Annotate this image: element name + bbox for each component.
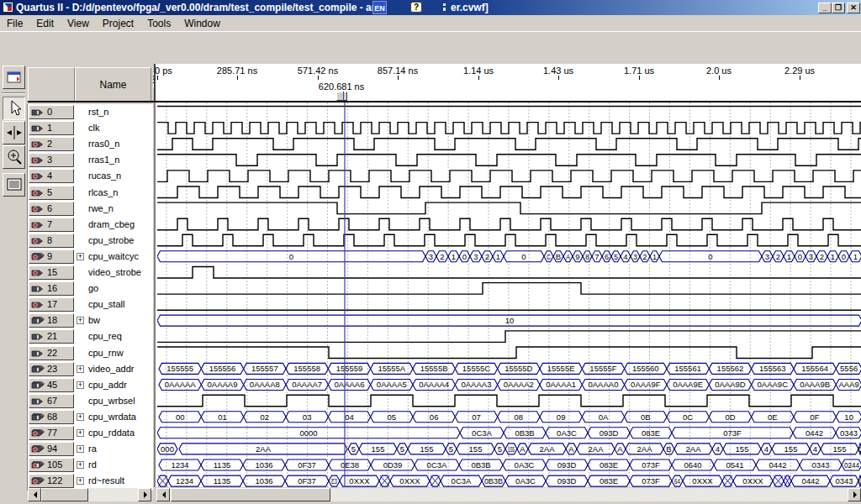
signal-handle-video_addr[interactable]: 23 — [29, 362, 74, 376]
wave-row-ra[interactable]: 0002AA5155515551555155A2AAA2AAA2AAB2AA41… — [157, 444, 861, 454]
signal-name-rd[interactable]: rd — [88, 459, 97, 470]
signal-handle-cpu_strobe[interactable]: 8 — [29, 234, 74, 248]
wave-row-go[interactable] — [157, 283, 861, 295]
signal-handle-cpu_rnw[interactable]: 22 — [29, 346, 74, 360]
waveform-hscrollbar[interactable] — [156, 488, 861, 501]
signal-name-cpu_wrbsel[interactable]: cpu_wrbsel — [88, 396, 135, 406]
wave-row-rucas_n[interactable] — [157, 171, 861, 182]
wave-row-rd[interactable]: 1234113510360F370E380D390C3A0B3B0A3C093D… — [159, 459, 861, 470]
expand-plus-icon[interactable]: + — [77, 445, 84, 453]
wave-row-rwe_n[interactable] — [157, 202, 861, 214]
menu-item-project[interactable]: Project — [96, 15, 140, 32]
signal-handle-rras0_n[interactable]: 2 — [29, 137, 74, 151]
wave-row-cpu_wrbsel[interactable] — [157, 395, 861, 407]
signal-name-cpu_req[interactable]: cpu_req — [88, 331, 122, 341]
signal-name-go[interactable]: go — [88, 283, 98, 293]
signal-handle-dram_cbeg[interactable]: 7 — [29, 218, 74, 232]
signal-handle-rras1_n[interactable]: 3 — [29, 153, 74, 167]
wave-row-cpu_addr[interactable]: 0AAAAA0AAAA90AAAA80AAAA70AAAA60AAAA50AAA… — [159, 380, 861, 391]
signal-handle-rlcas_n[interactable]: 5 — [29, 186, 74, 200]
menu-item-window[interactable]: Window — [177, 15, 227, 32]
wave-row-cpu_waitcyc[interactable]: 032103210CBA9876543210321032101 — [157, 251, 861, 262]
signal-handle-clk[interactable]: 1 — [29, 121, 74, 135]
wave-row-video_addr[interactable]: 15555515555615555715555815555915555A1555… — [159, 363, 861, 374]
timeline-header[interactable]: 0 ps285.71 ns571.42 ns857.14 ns1.14 us1.… — [154, 64, 861, 101]
help-bubble-icon[interactable]: ? — [410, 2, 422, 13]
expand-plus-icon[interactable]: + — [77, 381, 84, 389]
wave-row-bw[interactable]: 10 — [157, 315, 861, 326]
signal-handle-video_strobe[interactable]: 15 — [29, 265, 74, 280]
signal-name-cpu_stall[interactable]: cpu_stall — [88, 299, 124, 309]
wave-row-rd~result[interactable]: 1234113510360F37E30XXX0XXX0C3A0B3B0A3C09… — [157, 475, 861, 486]
expand-plus-icon[interactable]: + — [77, 413, 84, 421]
signal-name-cpu_strobe[interactable]: cpu_strobe — [88, 235, 134, 245]
scrollbar-thumb[interactable] — [171, 488, 330, 501]
report-window-icon[interactable] — [3, 66, 25, 89]
wave-row-cpu_req[interactable] — [157, 331, 861, 343]
signal-handle-cpu_waitcyc[interactable]: 9 — [29, 249, 74, 264]
signal-handle-cpu_wrdata[interactable]: 68 — [29, 410, 74, 424]
signal-handle-cpu_addr[interactable]: 45 — [29, 378, 74, 392]
close-button-icon[interactable]: ✕ — [847, 3, 860, 13]
scroll-right-icon[interactable] — [848, 488, 861, 501]
selection-tool-icon[interactable] — [3, 97, 25, 120]
menu-item-tools[interactable]: Tools — [140, 15, 177, 32]
signal-name-cpu_addr[interactable]: cpu_addr — [88, 380, 127, 390]
expand-plus-icon[interactable]: + — [77, 461, 84, 469]
master-time-marker-handle[interactable] — [336, 92, 347, 101]
signal-name-rras0_n[interactable]: rras0_n — [88, 139, 119, 149]
wave-row-video_strobe[interactable] — [157, 267, 861, 279]
language-indicator[interactable]: EN — [372, 1, 387, 14]
signal-handle-cpu_wrbsel[interactable]: 67 — [29, 394, 74, 408]
wave-row-rlcas_n[interactable] — [157, 186, 861, 198]
signal-name-clk[interactable]: clk — [88, 123, 99, 133]
waveform-edit-tool-icon[interactable] — [3, 121, 25, 144]
wave-row-rras1_n[interactable] — [157, 155, 861, 166]
expand-plus-icon[interactable]: + — [77, 317, 84, 324]
zoom-tool-icon[interactable] — [3, 145, 25, 169]
scrollbar-thumb[interactable] — [41, 488, 88, 501]
wave-row-cpu_rnw[interactable] — [157, 347, 861, 359]
signal-handle-bw[interactable]: 18 — [29, 313, 74, 328]
signal-handle-cpu_stall[interactable]: 17 — [29, 297, 74, 312]
signal-name-cpu_rddata[interactable]: cpu_rddata — [88, 428, 135, 438]
signal-name-dram_cbeg[interactable]: dram_cbeg — [88, 219, 135, 229]
menu-item-file[interactable]: File — [0, 15, 29, 32]
wave-row-dram_cbeg[interactable] — [157, 218, 861, 230]
signal-handle-cpu_rddata[interactable]: 77 — [29, 426, 74, 440]
signal-name-bw[interactable]: bw — [88, 315, 100, 325]
signal-name-rwe_n[interactable]: rwe_n — [88, 203, 114, 213]
signal-name-video_strobe[interactable]: video_strobe — [88, 267, 141, 277]
signal-handle-go[interactable]: 16 — [29, 281, 74, 296]
scroll-left-icon[interactable] — [156, 488, 170, 501]
signal-handle-rucas_n[interactable]: 4 — [29, 169, 74, 183]
signal-name-rras1_n[interactable]: rras1_n — [88, 155, 119, 165]
expand-plus-icon[interactable]: + — [77, 429, 84, 437]
expand-plus-icon[interactable]: + — [77, 477, 84, 485]
signal-handle-rd~result[interactable]: 122 — [29, 474, 74, 488]
signal-name-rd~result[interactable]: rd~result — [88, 475, 124, 486]
expand-plus-icon[interactable]: + — [77, 365, 84, 373]
expand-plus-icon[interactable]: + — [77, 253, 84, 260]
minimize-button-icon[interactable]: _ — [818, 3, 832, 13]
wave-row-cpu_wrdata[interactable]: 000102030405060708090A0B0C0D0E0F10 — [159, 412, 861, 423]
waveform-area[interactable]: 032103210CBA9876543210321032101101555551… — [154, 102, 861, 487]
menu-item-view[interactable]: View — [61, 15, 96, 32]
signal-name-rst_n[interactable]: rst_n — [88, 107, 108, 117]
wave-row-cpu_rddata[interactable]: 00000C3A0B3B0A3C093D083E073F04420343 — [157, 428, 861, 438]
langbar-drag-handle[interactable] — [443, 3, 446, 11]
menu-item-edit[interactable]: Edit — [29, 15, 61, 32]
signal-name-video_addr[interactable]: video_addr — [88, 364, 134, 374]
signal-name-rucas_n[interactable]: rucas_n — [88, 171, 121, 181]
fullscreen-tool-icon[interactable] — [3, 173, 25, 197]
wave-row-clk[interactable] — [157, 123, 861, 134]
signal-name-ra[interactable]: ra — [88, 444, 97, 454]
signal-name-cpu_wrdata[interactable]: cpu_wrdata — [88, 412, 136, 422]
signal-handle-rst_n[interactable]: 0 — [29, 105, 74, 119]
signal-handle-rwe_n[interactable]: 6 — [29, 202, 74, 216]
signal-handle-cpu_req[interactable]: 21 — [29, 329, 74, 344]
signal-handle-ra[interactable]: 94 — [29, 442, 74, 456]
scroll-right-icon[interactable] — [138, 488, 151, 501]
scroll-left-icon[interactable] — [28, 488, 41, 501]
signal-name-rlcas_n[interactable]: rlcas_n — [88, 187, 118, 197]
